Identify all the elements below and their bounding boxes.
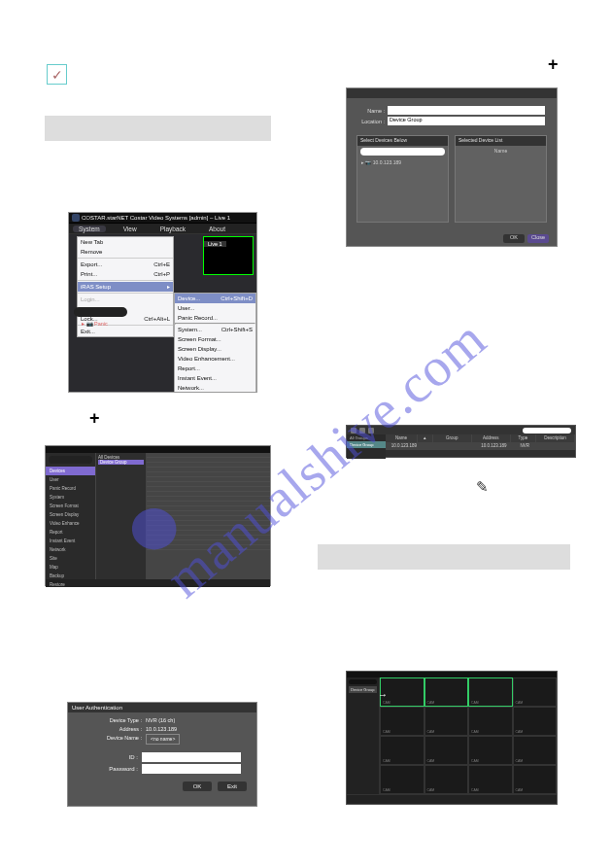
group-sidebar[interactable]: All Groups Device Group xyxy=(347,434,386,459)
menu-view[interactable]: View xyxy=(118,226,143,232)
submenu-device[interactable]: Device...Ctrl+Shift+D xyxy=(175,294,255,303)
menu-item[interactable]: Export...Ctrl+E xyxy=(78,260,173,269)
dialog-titlebar xyxy=(347,88,557,98)
tool-icon[interactable] xyxy=(351,428,356,434)
camera-cell[interactable]: CAM xyxy=(380,736,424,765)
drag-arrow-icon: → xyxy=(378,689,388,700)
tool-icon[interactable] xyxy=(368,428,374,434)
menu-playback[interactable]: Playback xyxy=(154,226,191,232)
submenu-item[interactable]: User... xyxy=(175,303,255,313)
submenu-item[interactable]: Video Enhancement... xyxy=(175,354,255,364)
camera-cell[interactable]: CAM xyxy=(380,707,424,736)
exit-button[interactable]: Exit xyxy=(218,781,247,791)
sidebar-item[interactable]: Network xyxy=(46,545,95,554)
plus-icon: + xyxy=(89,408,100,429)
sidebar-item[interactable]: User xyxy=(46,475,95,484)
window-titlebar: COSTAR.starNET Costar Video Systems [adm… xyxy=(69,213,256,224)
camera-cell[interactable]: CAM xyxy=(468,736,513,765)
toolbar xyxy=(347,426,575,434)
checkbox[interactable]: ✓ xyxy=(47,64,67,85)
ok-button[interactable]: OK xyxy=(183,781,212,791)
submenu-item[interactable]: Screen Format... xyxy=(175,334,255,344)
screenshot-live-view: Device Group CAM CAM CAM CAM CAM CAM CAM… xyxy=(346,671,558,805)
search-input[interactable] xyxy=(49,456,92,464)
menu-item[interactable]: Remove xyxy=(78,247,173,257)
camera-cell[interactable]: CAM xyxy=(513,736,558,765)
live-panel: Live 1 xyxy=(203,236,254,275)
camera-cell[interactable]: CAM xyxy=(424,707,469,736)
table-header: Name ▲ Group Address Type Description xyxy=(386,434,575,442)
sidebar-item[interactable]: Report xyxy=(46,528,95,537)
search-input[interactable] xyxy=(523,428,571,434)
submenu-item[interactable]: System...Ctrl+Shift+S xyxy=(175,325,255,334)
search-input[interactable] xyxy=(349,679,377,684)
id-input[interactable] xyxy=(142,752,241,762)
menu-item-iras-setup[interactable]: iRAS Setup▸ xyxy=(78,282,173,292)
submenu-item[interactable]: Instant Event... xyxy=(175,373,255,383)
sidebar-item[interactable]: Site xyxy=(46,554,95,563)
sidebar-item[interactable]: Map xyxy=(46,563,95,572)
location-select[interactable]: Device Group xyxy=(388,117,545,125)
location-label: Location : xyxy=(358,119,388,124)
tool-icon[interactable] xyxy=(359,428,365,434)
menu-about[interactable]: About xyxy=(203,226,231,232)
submenu-item[interactable]: Screen Display... xyxy=(175,344,255,354)
screenshot-system-menu: COSTAR.starNET Costar Video Systems [adm… xyxy=(68,212,257,393)
iras-setup-submenu[interactable]: Device...Ctrl+Shift+D User... Panic Reco… xyxy=(174,293,256,393)
camera-cell[interactable]: CAM xyxy=(424,677,469,707)
sidebar-item[interactable]: Backup xyxy=(46,572,95,580)
sidebar-item[interactable]: System xyxy=(46,493,95,502)
submenu-item[interactable]: Network... xyxy=(175,383,255,393)
highlight-bar xyxy=(318,544,570,570)
screenshot-setup-window: Devices User Panic Record System Screen … xyxy=(45,445,271,586)
tree-node-panic[interactable]: ▸ 📷 Panic xyxy=(74,320,127,328)
edit-icon: ✎ xyxy=(476,478,489,496)
available-devices-pane: Select Devices Below ▸ 📷 10.0.123.189 xyxy=(356,135,449,223)
table-row[interactable]: 10.0.123.189 10.0.123.189 NVR xyxy=(386,442,575,450)
camera-cell[interactable]: CAM xyxy=(513,765,558,794)
camera-cell[interactable]: CAM xyxy=(424,736,469,765)
camera-cell[interactable]: CAM xyxy=(468,677,513,707)
camera-cell[interactable]: CAM xyxy=(513,707,558,736)
menu-item[interactable]: Print...Ctrl+P xyxy=(78,269,173,279)
submenu-item[interactable]: Report... xyxy=(175,364,255,373)
camera-grid: CAM CAM CAM CAM CAM CAM CAM CAM CAM CAM … xyxy=(380,677,557,794)
close-button[interactable]: Close xyxy=(527,234,549,243)
sidebar-item[interactable]: Devices xyxy=(46,467,95,475)
camera-cell[interactable]: CAM xyxy=(380,765,424,794)
id-label: ID : xyxy=(84,754,142,760)
name-label: Name : xyxy=(358,108,388,114)
camera-cell[interactable]: CAM xyxy=(468,707,513,736)
device-tree[interactable]: Device Group xyxy=(347,677,380,794)
sidebar-item[interactable]: Screen Format xyxy=(46,502,95,510)
sidebar-item[interactable]: Screen Display xyxy=(46,510,95,519)
camera-cell[interactable]: CAM xyxy=(513,677,558,707)
plus-icon: + xyxy=(548,54,559,75)
submenu-item[interactable]: Panic Record... xyxy=(175,313,255,323)
sidebar-item[interactable]: Instant Event xyxy=(46,537,95,545)
setup-sidebar[interactable]: Devices User Panic Record System Screen … xyxy=(46,453,96,579)
sidebar-item[interactable]: Panic Record xyxy=(46,484,95,493)
screenshot-add-group-dialog: Name : Location :Device Group Select Dev… xyxy=(346,87,558,247)
ok-button[interactable]: OK xyxy=(503,234,525,243)
camera-cell[interactable]: CAM xyxy=(424,765,469,794)
name-input[interactable] xyxy=(388,106,545,115)
menu-item[interactable]: Login... xyxy=(78,295,173,304)
device-tree[interactable]: All Devices Device Group xyxy=(96,453,147,579)
password-label: Password : xyxy=(84,766,142,772)
menu-bar[interactable]: System View Playback About xyxy=(69,224,256,234)
camera-cell[interactable]: CAM xyxy=(468,765,513,794)
menu-item[interactable]: New Tab xyxy=(78,237,173,247)
password-input[interactable] xyxy=(142,764,241,774)
sidebar-item[interactable]: Restore xyxy=(46,580,95,589)
menu-system[interactable]: System xyxy=(73,226,106,232)
device-tree[interactable]: ▸ 📷 Panic xyxy=(74,304,127,392)
sidebar-item[interactable]: Video Enhance xyxy=(46,519,95,528)
screenshot-device-list: All Groups Device Group Name ▲ Group Add… xyxy=(346,425,576,458)
search-input[interactable] xyxy=(360,148,445,156)
highlight-bar xyxy=(45,116,271,141)
dialog-titlebar: User Authentication xyxy=(68,703,256,712)
search-input[interactable] xyxy=(74,307,127,317)
live-tab[interactable]: Live 1 xyxy=(204,241,226,247)
device-list[interactable]: ▸ 📷 10.0.123.189 xyxy=(357,157,448,167)
